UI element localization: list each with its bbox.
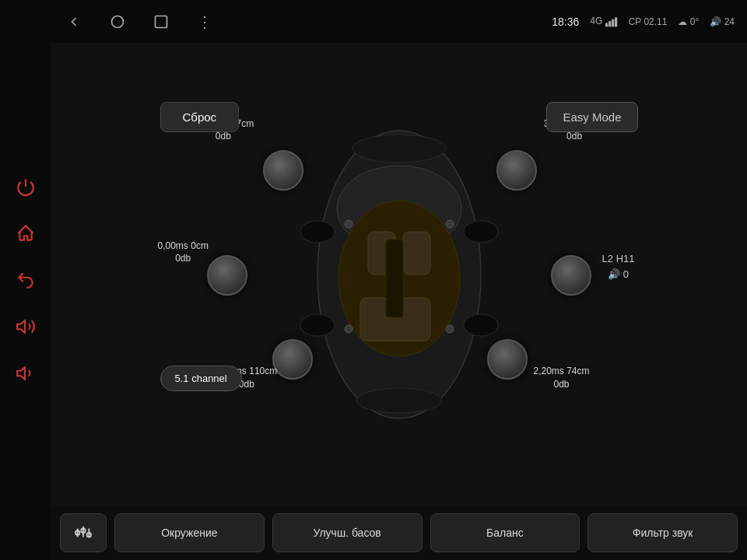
time-display: 18:36 bbox=[552, 16, 579, 28]
speaker-rear-right[interactable] bbox=[487, 339, 528, 380]
speaker-mid-left[interactable] bbox=[207, 255, 247, 296]
car-area: 4,35ms 147cm 0db 3,70ms 125cm 0db 0,00ms… bbox=[51, 43, 747, 506]
svg-point-20 bbox=[356, 388, 442, 413]
svg-point-16 bbox=[446, 220, 454, 228]
back-nav-icon[interactable] bbox=[63, 11, 85, 33]
svg-rect-7 bbox=[615, 17, 617, 26]
volume-display: 🔊 24 bbox=[710, 16, 735, 27]
car-container: 4,35ms 147cm 0db 3,70ms 125cm 0db 0,00ms… bbox=[146, 88, 652, 461]
speaker-mid-right[interactable] bbox=[551, 255, 591, 296]
svg-rect-3 bbox=[156, 16, 167, 27]
source-display: CP 02.11 bbox=[629, 16, 668, 27]
bottom-toolbar: Окружение Улучш. басов Баланс Фильтр зву… bbox=[51, 506, 747, 560]
svg-point-24 bbox=[464, 314, 498, 336]
speaker-front-left[interactable] bbox=[263, 150, 303, 191]
channel-badge[interactable]: 5.1 channel bbox=[160, 366, 242, 391]
eq-button[interactable] bbox=[60, 513, 107, 552]
svg-marker-0 bbox=[17, 320, 25, 332]
svg-point-19 bbox=[352, 135, 446, 163]
reset-button[interactable]: Сброс bbox=[160, 102, 240, 132]
speaker-rear-left[interactable] bbox=[272, 339, 313, 380]
svg-point-17 bbox=[345, 325, 352, 333]
topbar: ⋮ 18:36 4G CP 02.11 ☁ 0° 🔊 24 bbox=[51, 0, 747, 43]
svg-point-15 bbox=[345, 220, 352, 228]
power-icon[interactable] bbox=[13, 174, 38, 199]
svg-marker-1 bbox=[17, 367, 25, 379]
svg-point-23 bbox=[300, 314, 335, 336]
svg-rect-5 bbox=[608, 21, 611, 26]
bass-button[interactable]: Улучш. басов bbox=[272, 513, 423, 552]
svg-point-21 bbox=[300, 221, 335, 243]
svg-point-18 bbox=[446, 325, 454, 333]
lh-info: L2 H11 🔊 0 bbox=[602, 251, 635, 284]
sidebar bbox=[0, 0, 51, 560]
signal-display: 4G bbox=[590, 16, 617, 27]
svg-rect-14 bbox=[386, 240, 403, 317]
home-nav-icon[interactable] bbox=[107, 11, 128, 33]
speaker-front-right[interactable] bbox=[496, 150, 537, 191]
svg-point-22 bbox=[464, 221, 498, 243]
weather-display: ☁ 0° bbox=[678, 16, 699, 27]
svg-rect-4 bbox=[605, 23, 608, 27]
svg-rect-6 bbox=[612, 19, 614, 27]
home-icon[interactable] bbox=[13, 221, 38, 246]
balance-button[interactable]: Баланс bbox=[430, 513, 580, 552]
surround-button[interactable]: Окружение bbox=[114, 513, 265, 552]
easy-mode-button[interactable]: Easy Mode bbox=[546, 102, 637, 132]
back-icon[interactable] bbox=[13, 268, 38, 292]
svg-rect-12 bbox=[403, 232, 430, 275]
filter-button[interactable]: Фильтр звук bbox=[587, 513, 738, 552]
svg-point-2 bbox=[112, 16, 124, 27]
recents-nav-icon[interactable] bbox=[150, 11, 172, 33]
volume-up-icon[interactable] bbox=[13, 314, 38, 339]
main-content: 4,35ms 147cm 0db 3,70ms 125cm 0db 0,00ms… bbox=[51, 43, 747, 560]
menu-nav-icon[interactable]: ⋮ bbox=[194, 11, 216, 33]
volume-down-icon[interactable] bbox=[13, 361, 38, 386]
